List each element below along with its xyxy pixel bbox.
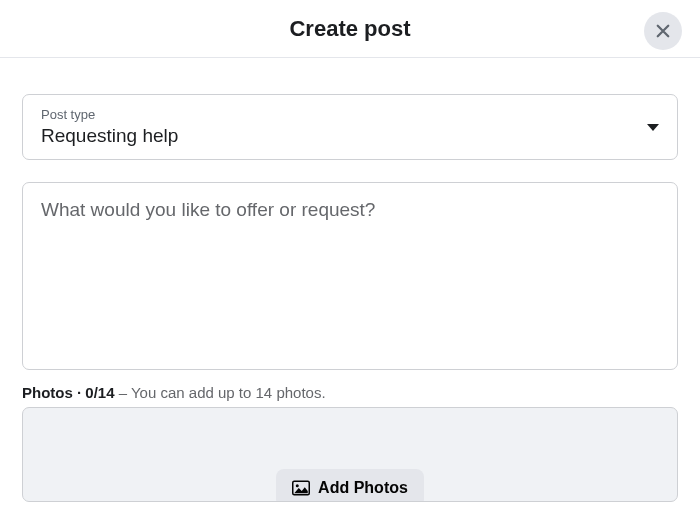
post-type-text: Post type Requesting help (41, 107, 178, 147)
photos-count: 0/14 (85, 384, 114, 401)
post-type-label: Post type (41, 107, 178, 122)
add-photos-label: Add Photos (318, 479, 408, 497)
close-icon (654, 22, 672, 40)
modal-header: Create post (0, 0, 700, 58)
close-button[interactable] (644, 12, 682, 50)
svg-point-1 (296, 484, 299, 487)
post-body-textarea[interactable] (41, 199, 659, 353)
add-photos-button[interactable]: Add Photos (276, 469, 424, 502)
content-area: Post type Requesting help Photos · 0/14 … (0, 94, 700, 502)
photo-icon (292, 480, 310, 496)
post-body-field[interactable] (22, 182, 678, 370)
post-type-value: Requesting help (41, 125, 178, 147)
photos-label: Photos (22, 384, 73, 401)
caret-down-icon (647, 124, 659, 131)
photos-hint: – You can add up to 14 photos. (115, 384, 326, 401)
photos-sep: · (73, 384, 86, 401)
photos-info: Photos · 0/14 – You can add up to 14 pho… (22, 384, 678, 401)
photo-upload-area[interactable]: Add Photos (22, 407, 678, 502)
post-type-dropdown[interactable]: Post type Requesting help (22, 94, 678, 160)
page-title: Create post (289, 16, 410, 42)
